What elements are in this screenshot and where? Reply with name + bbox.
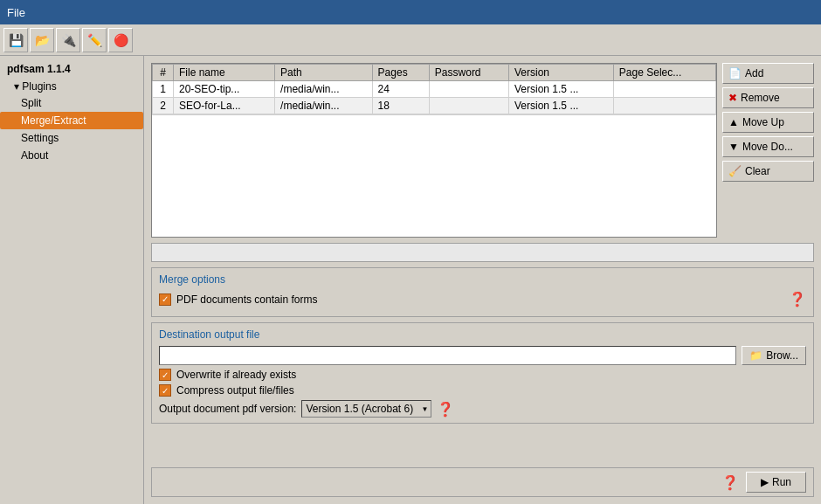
run-icon: ▶ xyxy=(761,476,769,488)
cell-version: Version 1.5 ... xyxy=(509,98,614,114)
toolbar: 💾 📂 🔌 ✏️ 🔴 xyxy=(0,24,821,56)
output-path-bar xyxy=(151,243,814,262)
quit-toolbar-btn[interactable]: 🔴 xyxy=(108,28,133,52)
move-down-button[interactable]: ▼ Move Do... xyxy=(722,136,814,157)
sidebar: pdfsam 1.1.4 ▾ Plugins Split Merge/Extra… xyxy=(0,56,144,504)
forms-help-icon[interactable]: ❓ xyxy=(789,291,806,307)
app-version: pdfsam 1.1.4 xyxy=(0,59,143,79)
bottom-bar: ❓ ▶ Run xyxy=(151,467,814,497)
table-row[interactable]: 2 SEO-for-La... /media/win... 18 Version… xyxy=(153,98,716,114)
add-icon: 📄 xyxy=(728,67,742,79)
app-title: File xyxy=(7,6,25,19)
cell-password xyxy=(429,98,508,114)
destination-input[interactable] xyxy=(159,346,736,365)
sidebar-item-about[interactable]: About xyxy=(0,147,143,164)
col-header-filename: File name xyxy=(174,65,275,81)
merge-options-title: Merge options xyxy=(159,273,806,286)
cell-path: /media/win... xyxy=(275,98,373,114)
sidebar-item-settings[interactable]: Settings xyxy=(0,129,143,147)
col-header-page-select: Page Selec... xyxy=(613,65,715,81)
cell-version: Version 1.5 ... xyxy=(509,81,614,98)
remove-icon: ✖ xyxy=(728,92,737,104)
pdf-version-label: Output document pdf version: xyxy=(159,403,296,415)
forms-checkbox-row: ✓ PDF documents contain forms ❓ xyxy=(159,291,806,307)
compress-checkbox-row: ✓ Compress output file/files xyxy=(159,384,806,397)
move-down-icon: ▼ xyxy=(728,141,739,153)
clear-button[interactable]: 🧹 Clear xyxy=(722,161,814,182)
compress-checkbox[interactable]: ✓ xyxy=(159,384,171,397)
save-toolbar-btn[interactable]: 💾 xyxy=(3,28,28,52)
table-row[interactable]: 1 20-SEO-tip... /media/win... 24 Version… xyxy=(153,81,716,98)
brush-toolbar-btn[interactable]: ✏️ xyxy=(82,28,107,52)
move-up-icon: ▲ xyxy=(728,116,739,128)
merge-options-section: Merge options ✓ PDF documents contain fo… xyxy=(151,267,814,317)
cell-page-select xyxy=(613,81,715,98)
add-button[interactable]: 📄 Add xyxy=(722,63,814,84)
clear-icon: 🧹 xyxy=(728,165,742,177)
open-toolbar-btn[interactable]: 📂 xyxy=(30,28,54,52)
pdf-version-row: Output document pdf version: Version 1.5… xyxy=(159,400,806,418)
sidebar-item-merge-extract[interactable]: Merge/Extract xyxy=(0,112,143,129)
content-area: # File name Path Pages Password Version … xyxy=(144,56,821,504)
compress-label: Compress output file/files xyxy=(176,384,294,397)
remove-button[interactable]: ✖ Remove xyxy=(722,87,814,108)
col-header-password: Password xyxy=(429,65,508,81)
col-header-pages: Pages xyxy=(372,65,429,81)
title-bar: File xyxy=(0,0,821,24)
cell-path: /media/win... xyxy=(275,81,373,98)
forms-label: PDF documents contain forms xyxy=(176,293,317,306)
pdf-version-select-wrap: Version 1.5 (Acrobat 6) xyxy=(301,400,431,418)
pdf-version-select[interactable]: Version 1.5 (Acrobat 6) xyxy=(301,400,431,418)
file-table-section: # File name Path Pages Password Version … xyxy=(151,63,814,238)
cell-page-select xyxy=(613,98,715,114)
cell-num: 1 xyxy=(153,81,174,98)
file-table: # File name Path Pages Password Version … xyxy=(152,64,716,114)
browse-button[interactable]: 📁 Brow... xyxy=(742,346,806,365)
col-header-path: Path xyxy=(275,65,373,81)
overwrite-checkbox-row: ✓ Overwrite if already exists xyxy=(159,369,806,381)
overwrite-checkbox[interactable]: ✓ xyxy=(159,369,171,381)
main-layout: pdfsam 1.1.4 ▾ Plugins Split Merge/Extra… xyxy=(0,56,821,504)
sidebar-section-plugins[interactable]: ▾ Plugins xyxy=(0,79,143,94)
run-help-icon[interactable]: ❓ xyxy=(721,474,739,491)
col-header-num: # xyxy=(153,65,174,81)
version-help-icon[interactable]: ❓ xyxy=(437,401,454,418)
cell-filename: SEO-for-La... xyxy=(174,98,275,114)
sidebar-item-split[interactable]: Split xyxy=(0,94,143,112)
overwrite-label: Overwrite if already exists xyxy=(176,369,296,381)
cell-filename: 20-SEO-tip... xyxy=(174,81,275,98)
forms-checkbox[interactable]: ✓ xyxy=(159,293,171,306)
plugin-toolbar-btn[interactable]: 🔌 xyxy=(56,28,80,52)
destination-input-row: 📁 Brow... xyxy=(159,346,806,365)
file-table-wrap: # File name Path Pages Password Version … xyxy=(151,63,717,238)
cell-num: 2 xyxy=(153,98,174,114)
button-panel: 📄 Add ✖ Remove ▲ Move Up ▼ Move Do... 🧹 xyxy=(722,63,814,238)
cell-pages: 24 xyxy=(372,81,429,98)
file-table-body: 1 20-SEO-tip... /media/win... 24 Version… xyxy=(153,81,716,114)
cell-password xyxy=(429,81,508,98)
destination-section: Destination output file 📁 Brow... ✓ Over… xyxy=(151,322,814,424)
col-header-version: Version xyxy=(509,65,614,81)
move-up-button[interactable]: ▲ Move Up xyxy=(722,112,814,133)
browse-icon: 📁 xyxy=(749,349,762,362)
destination-title: Destination output file xyxy=(159,328,806,341)
cell-pages: 18 xyxy=(372,98,429,114)
run-button[interactable]: ▶ Run xyxy=(746,472,806,493)
